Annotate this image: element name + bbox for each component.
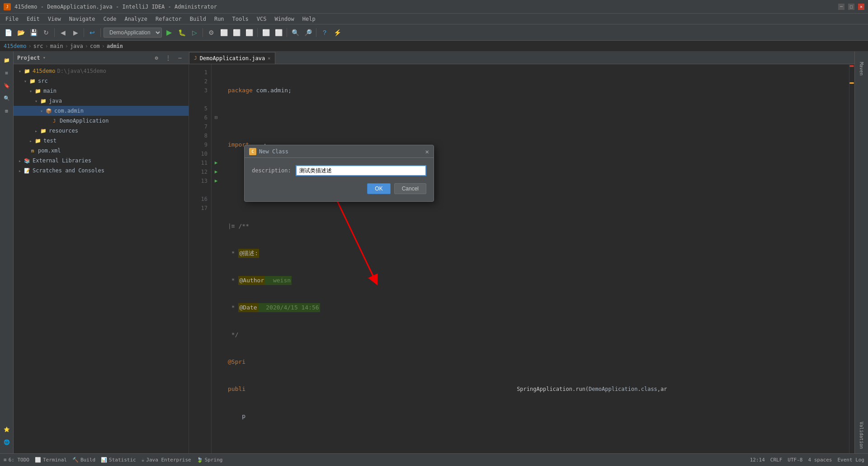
breadcrumb-item-3[interactable]: java xyxy=(70,43,83,49)
terminal-item[interactable]: ⬜ Terminal xyxy=(35,457,67,463)
help-button[interactable]: ? xyxy=(319,27,330,38)
structure-icon[interactable]: ≡ xyxy=(2,68,12,78)
search-everywhere-button[interactable]: 🔎 xyxy=(302,27,313,38)
find-icon[interactable]: 🔍 xyxy=(2,93,12,103)
tree-item-java[interactable]: ▾ 📁 java xyxy=(14,96,189,106)
debug-button[interactable]: 🐛 xyxy=(176,27,187,38)
tree-label-java: java xyxy=(49,98,62,104)
update-button[interactable]: ⬜ xyxy=(260,27,271,38)
indent-item[interactable]: 4 spaces xyxy=(808,457,832,463)
back-button[interactable]: ◀ xyxy=(57,27,68,38)
tab-demoapplication-java[interactable]: J DemoApplication.java ✕ xyxy=(189,52,275,64)
dialog-body: description: OK Cancel xyxy=(245,158,434,201)
dialog-ok-button[interactable]: OK xyxy=(367,183,390,194)
java-icon-demoapplication: J xyxy=(51,117,58,124)
tree-item-com-admin[interactable]: ▾ 📦 com.admin xyxy=(14,106,189,116)
menu-build[interactable]: Build xyxy=(186,15,210,23)
project-icon[interactable]: 📁 xyxy=(2,55,12,65)
breadcrumb-item-2[interactable]: main xyxy=(50,43,63,49)
tree-item-415demo[interactable]: ▾ 📁 415demo D:\java\415demo xyxy=(14,66,189,76)
panel-close-icon[interactable]: — xyxy=(175,53,185,63)
run-button[interactable]: ▶ xyxy=(164,27,175,38)
undo-button[interactable]: ↩ xyxy=(87,27,98,38)
close-button[interactable]: ✕ xyxy=(858,4,864,10)
menu-analyze[interactable]: Analyze xyxy=(121,15,151,23)
menu-code[interactable]: Code xyxy=(100,15,120,23)
sep4 xyxy=(203,28,203,37)
tree-item-demoapplication[interactable]: J DemoApplication xyxy=(14,116,189,126)
editor-tabs: J DemoApplication.java ✕ xyxy=(189,52,854,64)
breadcrumb-item-5[interactable]: admin xyxy=(107,43,123,49)
project-panel: Project ▾ ⚙ ⋮ — ▾ 📁 415demo D:\java\415d… xyxy=(14,52,189,453)
dialog-cancel-button[interactable]: Cancel xyxy=(394,183,426,194)
settings-button[interactable]: ⚙ xyxy=(206,27,217,38)
menu-edit[interactable]: Edit xyxy=(23,15,43,23)
tree-item-main[interactable]: ▾ 📁 main xyxy=(14,86,189,96)
coverage-button[interactable]: ▷ xyxy=(189,27,200,38)
menu-help[interactable]: Help xyxy=(299,15,319,23)
commit-button[interactable]: ⬜ xyxy=(273,27,284,38)
validation-icon[interactable]: Validation xyxy=(859,417,864,453)
maven-icon[interactable]: Maven xyxy=(859,55,864,82)
tree-item-resources[interactable]: ▸ 📁 resources xyxy=(14,126,189,136)
lib-icon-ext: 📚 xyxy=(24,157,31,164)
event-log-item[interactable]: Event Log xyxy=(837,457,864,463)
sdk-button[interactable]: ⬜ xyxy=(231,27,242,38)
build-item[interactable]: 🔨 Build xyxy=(72,457,95,463)
save-button[interactable]: 💾 xyxy=(28,27,39,38)
sep5 xyxy=(257,28,258,37)
todo-item[interactable]: ≡ 6: TODO xyxy=(4,457,29,463)
line-ending-item[interactable]: CRLF xyxy=(770,457,783,463)
menu-run[interactable]: Run xyxy=(211,15,228,23)
project-panel-header: Project ▾ ⚙ ⋮ — xyxy=(14,52,189,64)
panel-gear-icon[interactable]: ⚙ xyxy=(151,53,161,63)
hierarchy-icon[interactable]: ⊞ xyxy=(2,106,12,116)
status-bar: ≡ 6: TODO ⬜ Terminal 🔨 Build 📊 Statistic… xyxy=(0,453,868,466)
toolbar: 📄 📂 💾 ↻ ◀ ▶ ↩ DemoApplication ▶ 🐛 ▷ ⚙ ⬜ … xyxy=(0,24,868,41)
tree-item-test[interactable]: ▸ 📁 test xyxy=(14,136,189,146)
breadcrumb-item-1[interactable]: src xyxy=(33,43,43,49)
code-content[interactable]: package com.admin; import ...; |≡ /** * … xyxy=(221,64,849,453)
spring-item[interactable]: 🍃 Spring xyxy=(197,457,223,463)
tree-item-ext-libs[interactable]: ▸ 📚 External Libraries xyxy=(14,156,189,166)
forward-button[interactable]: ▶ xyxy=(70,27,81,38)
maximize-button[interactable]: □ xyxy=(848,4,854,10)
open-button[interactable]: 📂 xyxy=(15,27,26,38)
dialog-description-input[interactable] xyxy=(296,165,426,176)
minimize-button[interactable]: ─ xyxy=(838,4,844,10)
dialog-close-button[interactable]: ✕ xyxy=(425,148,429,155)
breadcrumb-item-4[interactable]: com xyxy=(90,43,100,49)
editor-area: J DemoApplication.java ✕ 1 2 3 5 6 7 8 9… xyxy=(189,52,854,453)
panel-settings-icon[interactable]: ⋮ xyxy=(163,53,173,63)
spring-label: Spring xyxy=(205,457,223,463)
menu-refactor[interactable]: Refactor xyxy=(152,15,185,23)
menu-tools[interactable]: Tools xyxy=(229,15,252,23)
tab-close-button[interactable]: ✕ xyxy=(268,56,270,61)
breadcrumb-item-0[interactable]: 415demo xyxy=(4,43,27,49)
menu-view[interactable]: View xyxy=(44,15,65,23)
refresh-button[interactable]: ↻ xyxy=(41,27,52,38)
tree-item-src[interactable]: ▾ 📁 src xyxy=(14,76,189,86)
search-button[interactable]: 🔍 xyxy=(290,27,301,38)
add-framework-button[interactable]: ⬜ xyxy=(244,27,255,38)
menu-window[interactable]: Window xyxy=(271,15,297,23)
tree-item-pom-xml[interactable]: m pom.xml xyxy=(14,146,189,156)
external-tools-button[interactable]: ⬜ xyxy=(218,27,229,38)
charset-item[interactable]: UTF-8 xyxy=(788,457,802,463)
menu-vcs[interactable]: VCS xyxy=(253,15,270,23)
statistic-item[interactable]: 📊 Statistic xyxy=(101,457,136,463)
arrow-resources: ▸ xyxy=(33,128,39,133)
web-icon[interactable]: 🌐 xyxy=(2,437,12,447)
tree-item-scratches[interactable]: ▸ 📝 Scratches and Consoles xyxy=(14,166,189,176)
folder-icon-415demo: 📁 xyxy=(24,67,31,75)
menu-file[interactable]: File xyxy=(2,15,22,23)
folder-icon-resources: 📁 xyxy=(40,127,47,134)
new-file-button[interactable]: 📄 xyxy=(3,27,14,38)
power-save-button[interactable]: ⚡ xyxy=(332,27,343,38)
menu-navigate[interactable]: Navigate xyxy=(66,15,99,23)
bookmarks-icon[interactable]: 🔖 xyxy=(2,81,12,90)
favorites-icon[interactable]: ⭐ xyxy=(2,424,12,434)
java-enterprise-item[interactable]: ☕ Java Enterprise xyxy=(142,457,191,463)
code-editor[interactable]: 1 2 3 5 6 7 8 9 10 11 12 13 16 17 xyxy=(189,64,854,453)
run-config-selector[interactable]: DemoApplication xyxy=(104,28,162,38)
